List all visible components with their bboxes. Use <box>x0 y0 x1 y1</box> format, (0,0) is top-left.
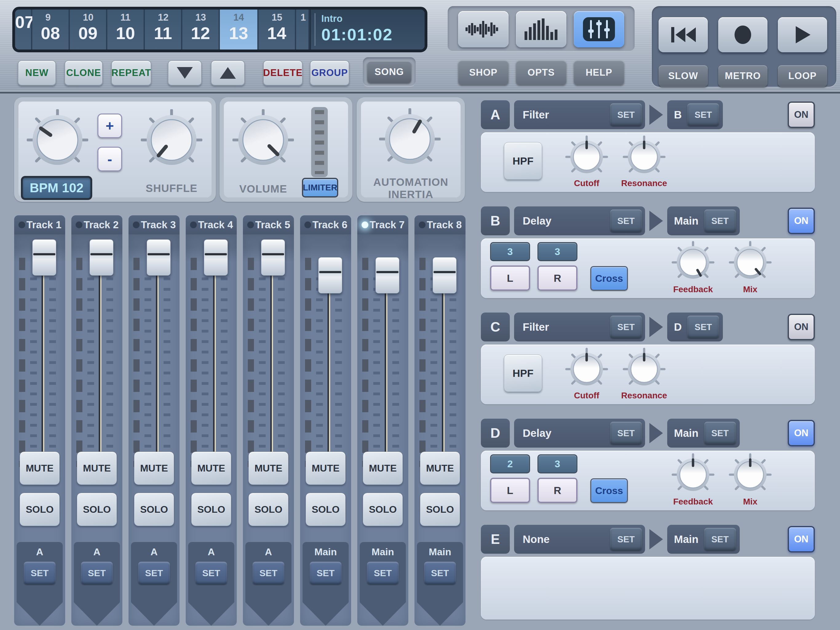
delay-time-left-button[interactable]: 2 <box>490 454 530 473</box>
mute-button[interactable]: MUTE <box>191 451 231 485</box>
delay-left-button[interactable]: L <box>490 478 530 503</box>
cross-button[interactable]: Cross <box>591 478 628 503</box>
send-set-button[interactable]: SET <box>81 562 113 584</box>
delay-right-button[interactable]: R <box>537 266 578 291</box>
mute-button[interactable]: MUTE <box>20 451 60 485</box>
fx-on-button[interactable]: ON <box>788 420 815 446</box>
solo-button[interactable]: SOLO <box>363 493 403 526</box>
send-set-button[interactable]: SET <box>253 562 284 584</box>
solo-button[interactable]: SOLO <box>191 493 231 526</box>
mute-button[interactable]: MUTE <box>77 451 117 485</box>
solo-button[interactable]: SOLO <box>420 493 460 526</box>
delay-time-right-button[interactable]: 3 <box>537 454 578 473</box>
bar-cell[interactable]: 07 <box>15 9 32 49</box>
delay-time-right-button[interactable]: 3 <box>537 242 578 261</box>
feedback-knob[interactable] <box>671 241 715 284</box>
resonance-knob[interactable] <box>623 135 666 179</box>
solo-button[interactable]: SOLO <box>134 493 174 526</box>
track-header[interactable]: Track 8 <box>414 215 466 234</box>
clone-button[interactable]: CLONE <box>65 60 103 85</box>
fx-effect-set-button[interactable]: SET <box>610 316 642 339</box>
delay-right-button[interactable]: R <box>537 478 578 503</box>
volume-fader[interactable] <box>147 239 171 275</box>
volume-fader[interactable] <box>261 239 285 275</box>
fx-on-button[interactable]: ON <box>788 101 815 128</box>
filter-mode-button[interactable]: HPF <box>504 355 542 392</box>
volume-knob[interactable] <box>232 109 294 171</box>
filter-mode-button[interactable]: HPF <box>504 142 542 180</box>
cross-button[interactable]: Cross <box>591 266 628 291</box>
solo-button[interactable]: SOLO <box>248 493 288 526</box>
bar-cell[interactable]: 1009 <box>70 9 107 49</box>
volume-fader[interactable] <box>32 239 56 275</box>
track-header[interactable]: Track 5 <box>243 215 294 234</box>
mute-button[interactable]: MUTE <box>363 451 403 485</box>
bpm-knob[interactable] <box>27 109 88 171</box>
send-set-button[interactable]: SET <box>367 562 399 584</box>
fx-on-button[interactable]: ON <box>788 314 815 340</box>
mute-button[interactable]: MUTE <box>306 451 346 485</box>
track-header[interactable]: Track 1 <box>14 215 65 234</box>
new-button[interactable]: NEW <box>18 60 56 85</box>
fx-dest-set-button[interactable]: SET <box>704 422 736 445</box>
send-set-button[interactable]: SET <box>138 562 170 584</box>
fx-effect-set-button[interactable]: SET <box>610 528 642 551</box>
bar-cell[interactable]: 1 <box>296 9 309 49</box>
send-set-button[interactable]: SET <box>424 562 456 584</box>
fx-dest-set-button[interactable]: SET <box>687 103 719 126</box>
track-header[interactable]: Track 2 <box>71 215 122 234</box>
move-down-button[interactable] <box>168 60 202 85</box>
bpm-plus-button[interactable]: + <box>98 114 122 138</box>
fx-dest-set-button[interactable]: SET <box>704 209 736 232</box>
fx-effect-set-button[interactable]: SET <box>610 209 642 232</box>
bpm-minus-button[interactable]: - <box>98 147 122 171</box>
send-set-button[interactable]: SET <box>309 562 342 584</box>
mix-knob[interactable] <box>729 241 772 284</box>
mute-button[interactable]: MUTE <box>134 451 174 485</box>
track-header[interactable]: Track 4 <box>186 215 237 234</box>
feedback-knob[interactable] <box>671 453 715 496</box>
solo-button[interactable]: SOLO <box>20 493 60 526</box>
delay-time-left-button[interactable]: 3 <box>490 242 530 261</box>
cutoff-knob[interactable] <box>565 135 608 179</box>
bar-cell[interactable]: 1312 <box>182 9 220 49</box>
bar-cell[interactable]: 1211 <box>145 9 182 49</box>
track-header[interactable]: Track 3 <box>128 215 180 234</box>
volume-fader[interactable] <box>433 257 456 293</box>
bar-cell[interactable]: 1514 <box>259 9 296 49</box>
shuffle-knob[interactable] <box>141 109 202 171</box>
fx-dest-set-button[interactable]: SET <box>687 316 719 339</box>
delay-left-button[interactable]: L <box>490 266 530 291</box>
bar-cell[interactable]: 1110 <box>107 9 145 49</box>
bar-cell-current[interactable]: 1413 <box>220 9 259 49</box>
fx-effect-set-button[interactable]: SET <box>610 422 642 445</box>
song-button[interactable]: SONG <box>367 61 411 83</box>
delete-button[interactable]: DELETE <box>263 60 303 85</box>
mute-button[interactable]: MUTE <box>248 451 288 485</box>
solo-button[interactable]: SOLO <box>306 493 346 526</box>
solo-button[interactable]: SOLO <box>77 493 117 526</box>
send-set-button[interactable]: SET <box>24 562 56 584</box>
track-header[interactable]: Track 7 <box>357 215 408 234</box>
cutoff-knob[interactable] <box>565 348 608 391</box>
fx-dest-set-button[interactable]: SET <box>704 528 736 551</box>
volume-fader[interactable] <box>204 239 228 275</box>
group-button[interactable]: GROUP <box>310 60 349 85</box>
bar-cell[interactable]: 908 <box>32 9 70 49</box>
repeat-button[interactable]: REPEAT <box>111 60 151 85</box>
bpm-display[interactable]: BPM 102 <box>21 176 92 200</box>
volume-fader[interactable] <box>318 257 342 293</box>
mix-knob[interactable] <box>729 453 772 496</box>
move-up-button[interactable] <box>211 60 245 85</box>
fx-on-button[interactable]: ON <box>788 207 815 234</box>
fx-effect-set-button[interactable]: SET <box>610 103 642 126</box>
volume-fader[interactable] <box>90 239 114 275</box>
volume-fader[interactable] <box>376 257 399 293</box>
fx-on-button[interactable]: ON <box>788 526 815 552</box>
track-header[interactable]: Track 6 <box>300 215 351 234</box>
automation-inertia-knob[interactable] <box>379 108 441 170</box>
send-set-button[interactable]: SET <box>195 562 227 584</box>
resonance-knob[interactable] <box>623 348 666 391</box>
mute-button[interactable]: MUTE <box>420 451 460 485</box>
limiter-button[interactable]: LIMITER <box>302 178 338 198</box>
